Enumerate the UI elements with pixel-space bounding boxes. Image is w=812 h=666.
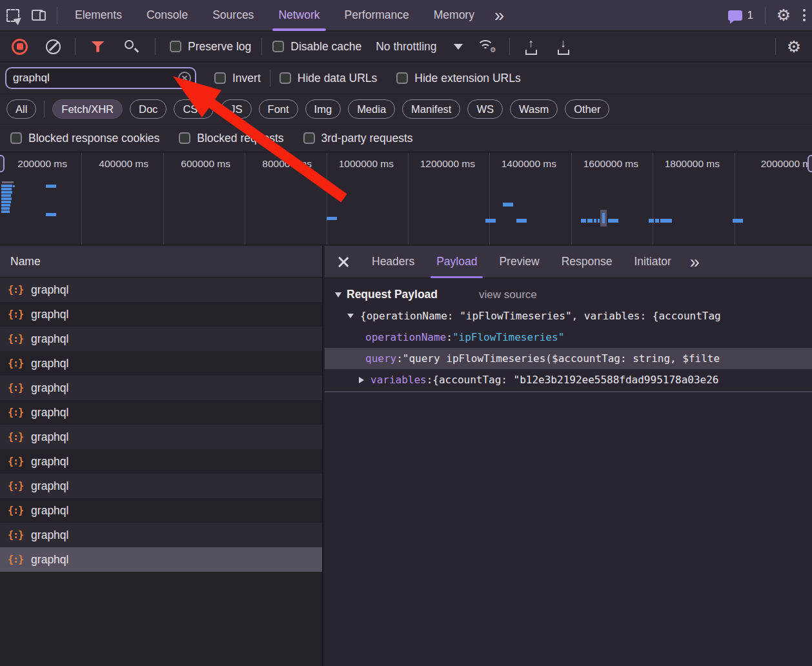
record-network-log-icon[interactable] <box>12 39 28 55</box>
detail-tab-payload[interactable]: Payload <box>425 246 488 278</box>
waterfall-bar <box>598 219 600 223</box>
detail-tab-headers[interactable]: Headers <box>361 246 425 278</box>
tab-console[interactable]: Console <box>134 0 200 31</box>
blocked-requests-checkbox[interactable] <box>179 132 190 144</box>
settings-gear-icon[interactable]: ⚙ <box>771 3 797 28</box>
request-row[interactable]: {:}graphql <box>0 351 322 376</box>
request-row[interactable]: {:}graphql <box>0 376 322 400</box>
detail-tab-preview[interactable]: Preview <box>488 246 550 278</box>
tab-network[interactable]: Network <box>266 0 332 31</box>
request-row[interactable]: {:}graphql <box>0 302 322 327</box>
waterfall-bar <box>46 213 56 216</box>
view-source-link[interactable]: view source <box>479 288 537 301</box>
request-row[interactable]: {:}graphql <box>0 425 322 449</box>
request-name: graphql <box>31 283 68 297</box>
request-payload-section[interactable]: Request Payload view source <box>325 284 812 305</box>
waterfall-bar <box>660 219 672 223</box>
hide-extension-urls-checkbox[interactable] <box>396 72 408 84</box>
hide-extension-urls-label[interactable]: Hide extension URLs <box>414 72 520 85</box>
request-row[interactable]: {:}graphql <box>0 400 322 425</box>
request-row[interactable]: {:}graphql <box>0 474 322 498</box>
search-icon[interactable] <box>124 39 138 54</box>
type-filter-css[interactable]: CSS <box>174 99 214 119</box>
payload-row-variables[interactable]: variables: {accountTag: "b12e3b2192ee558… <box>325 369 812 390</box>
blocked-requests-label[interactable]: Blocked requests <box>197 132 283 145</box>
timeline-tick-label: 600000 ms <box>163 153 245 175</box>
waterfall-bar <box>581 219 586 223</box>
type-filter-img[interactable]: Img <box>305 99 341 119</box>
filter-row: Invert Hide data URLs Hide extension URL… <box>0 63 812 94</box>
type-filter-fetch-xhr[interactable]: Fetch/XHR <box>52 99 123 119</box>
request-name: graphql <box>31 479 68 493</box>
network-overview-timeline[interactable]: 200000 ms400000 ms600000 ms800000 ms1000… <box>0 153 812 245</box>
tab-performance[interactable]: Performance <box>332 0 421 31</box>
type-filter-all[interactable]: All <box>6 99 36 119</box>
json-string-value: "query ipFlowTimeseries($accountTag: str… <box>403 352 720 365</box>
disable-cache-label[interactable]: Disable cache <box>290 40 361 54</box>
type-filter-font[interactable]: Font <box>259 99 298 119</box>
type-filter-manifest[interactable]: Manifest <box>402 99 460 119</box>
clear-filter-icon[interactable] <box>178 72 191 85</box>
request-row[interactable]: {:}graphql <box>0 449 322 474</box>
collapse-triangle-icon[interactable] <box>335 292 341 298</box>
filter-icon[interactable] <box>91 41 105 52</box>
waterfall-bar <box>1 210 10 213</box>
close-icon[interactable] <box>338 256 349 268</box>
type-filter-wasm[interactable]: Wasm <box>510 99 558 119</box>
blocked-response-cookies-checkbox[interactable] <box>10 132 22 144</box>
waterfall-bar <box>1 188 12 190</box>
network-conditions-icon[interactable]: ⚙ <box>476 39 495 54</box>
preserve-log-label[interactable]: Preserve log <box>188 40 251 54</box>
name-column-header[interactable]: Name <box>0 246 322 278</box>
request-row[interactable]: {:}graphql <box>0 523 322 547</box>
more-tabs-icon[interactable]: » <box>487 3 512 28</box>
import-har-icon[interactable]: ↑ <box>523 39 539 55</box>
clear-network-log-icon[interactable] <box>46 39 61 54</box>
type-filter-media[interactable]: Media <box>348 99 395 119</box>
payload-row-query-selected[interactable]: query: "query ipFlowTimeseries($accountT… <box>325 348 812 369</box>
export-har-icon[interactable]: ↓ <box>556 39 571 55</box>
collapse-triangle-icon[interactable] <box>347 314 354 318</box>
blocked-response-cookies-label[interactable]: Blocked response cookies <box>28 132 159 145</box>
waterfall-bar <box>503 203 513 207</box>
preserve-log-checkbox[interactable] <box>170 41 181 52</box>
overview-left-handle[interactable] <box>0 155 5 172</box>
detail-tab-initiator[interactable]: Initiator <box>623 246 682 278</box>
inspect-element-icon[interactable] <box>0 3 26 28</box>
request-row[interactable]: {:}graphql <box>0 327 322 351</box>
third-party-requests-label[interactable]: 3rd-party requests <box>321 132 413 145</box>
waterfall-bar <box>2 181 14 183</box>
overview-right-handle[interactable] <box>807 155 812 172</box>
request-name: graphql <box>31 406 68 419</box>
kebab-menu-icon[interactable] <box>797 5 812 25</box>
invert-label[interactable]: Invert <box>232 72 261 85</box>
issues-counter[interactable]: 1 <box>728 9 753 22</box>
tab-memory[interactable]: Memory <box>421 0 487 31</box>
hide-data-urls-checkbox[interactable] <box>279 72 291 84</box>
type-filter-other[interactable]: Other <box>565 99 609 119</box>
throttling-dropdown[interactable]: No throttling <box>376 40 462 54</box>
more-detail-tabs-icon[interactable]: » <box>682 249 707 275</box>
waterfall-bar <box>1 201 11 203</box>
filter-input[interactable] <box>6 72 161 85</box>
type-filter-js[interactable]: JS <box>221 99 251 119</box>
detail-tab-response[interactable]: Response <box>551 246 624 278</box>
disable-cache-checkbox[interactable] <box>272 41 284 52</box>
waterfall-bar <box>485 219 496 223</box>
request-row[interactable]: {:}graphql <box>0 547 322 572</box>
device-toolbar-icon[interactable] <box>26 3 52 28</box>
invert-checkbox[interactable] <box>214 72 226 84</box>
hide-data-urls-label[interactable]: Hide data URLs <box>298 72 378 85</box>
payload-preview-row[interactable]: {operationName: "ipFlowTimeseries", vari… <box>325 305 812 327</box>
third-party-requests-checkbox[interactable] <box>303 132 315 144</box>
type-filter-doc[interactable]: Doc <box>130 99 167 119</box>
request-name: graphql <box>31 455 68 469</box>
tab-elements[interactable]: Elements <box>63 0 134 31</box>
request-row[interactable]: {:}graphql <box>0 278 322 302</box>
network-settings-gear-icon[interactable]: ⚙ <box>781 34 807 59</box>
request-row[interactable]: {:}graphql <box>0 498 322 523</box>
type-filter-ws[interactable]: WS <box>467 99 503 119</box>
expand-triangle-icon[interactable] <box>359 377 364 383</box>
tab-sources[interactable]: Sources <box>200 0 266 31</box>
payload-row-operation-name[interactable]: operationName: "ipFlowTimeseries" <box>325 327 812 348</box>
